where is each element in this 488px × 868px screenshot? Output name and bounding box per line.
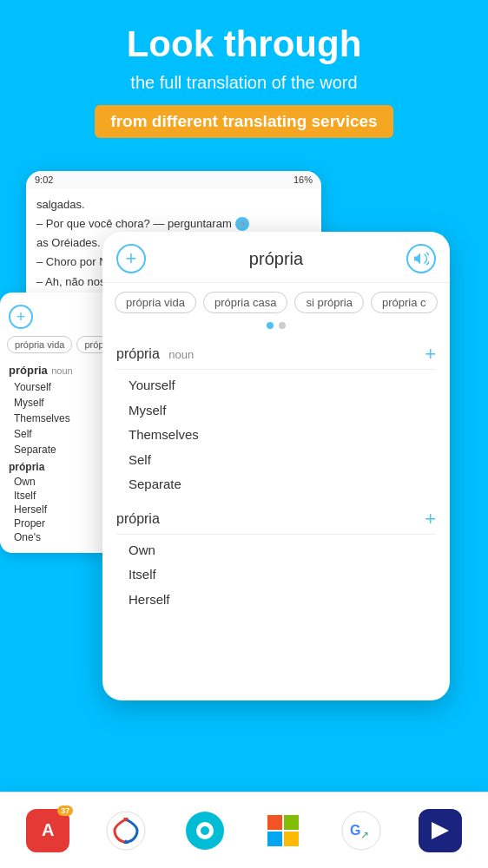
left-item2-herself: Herself xyxy=(0,503,113,516)
tags-row: própria vida própria casa si própria pró… xyxy=(102,283,450,322)
smartcat-app-wrapper[interactable] xyxy=(419,809,462,852)
translation-self: Self xyxy=(116,448,436,473)
reverso-app-wrapper[interactable] xyxy=(104,809,148,852)
abbyy-badge: 37 xyxy=(57,806,73,816)
svg-point-5 xyxy=(201,826,209,835)
text-line-1: salgadas. xyxy=(36,195,311,214)
translation-herself: Herself xyxy=(116,588,436,613)
status-time: 9:02 xyxy=(35,174,53,185)
tag-propria-casa[interactable]: própria casa xyxy=(203,292,288,313)
translation-own: Own xyxy=(116,538,436,563)
left-plus-icon[interactable]: + xyxy=(9,305,33,329)
header-section: Look through the full translation of the… xyxy=(0,0,488,154)
card-word: própria xyxy=(249,249,303,269)
section1-title: própria noun xyxy=(116,346,194,362)
translation-section-2: própria + Own Itself Herself xyxy=(116,504,436,613)
section2-word: própria xyxy=(116,511,160,526)
svg-point-0 xyxy=(107,812,145,850)
smartcat-icon[interactable] xyxy=(419,809,462,852)
section2-title: própria xyxy=(116,511,160,527)
card-sound-button[interactable] xyxy=(406,244,436,273)
bottom-bar: A 37 xyxy=(0,792,488,868)
google-translate-icon[interactable]: G ↗ xyxy=(340,809,383,852)
left-item-yourself: Yourself xyxy=(0,379,113,395)
svg-rect-9 xyxy=(284,832,299,846)
left-plus-row: + xyxy=(0,301,113,336)
section1-add-button[interactable]: + xyxy=(425,343,436,365)
abbyy-app-wrapper[interactable]: A 37 xyxy=(26,809,69,852)
tag-si-propria[interactable]: si própria xyxy=(294,292,363,313)
card-topbar: + própria xyxy=(102,232,450,283)
translation-content: própria noun + Yourself Myself Themselve… xyxy=(102,334,450,700)
section1-pos: noun xyxy=(168,348,194,361)
left-item2-own: Own xyxy=(0,475,113,489)
left-tag-1[interactable]: própria vida xyxy=(7,336,72,353)
svg-rect-6 xyxy=(267,815,282,830)
translation-section-1: própria noun + Yourself Myself Themselve… xyxy=(116,339,436,497)
reverso-icon[interactable] xyxy=(104,809,148,852)
svg-text:G: G xyxy=(350,823,360,838)
left-section2-word: própria xyxy=(0,457,113,475)
translation-itself: Itself xyxy=(116,562,436,588)
tag-propria-vida[interactable]: própria vida xyxy=(115,292,196,313)
header-title: Look through xyxy=(17,24,471,64)
microsoft-app-wrapper[interactable] xyxy=(261,809,305,852)
translation-yourself: Yourself xyxy=(116,373,436,398)
card-plus-button[interactable]: + xyxy=(116,244,146,273)
status-battery: 16% xyxy=(293,174,313,185)
left-item-myself: Myself xyxy=(0,395,113,411)
google-translate-app-wrapper[interactable]: G ↗ xyxy=(340,809,383,852)
phone-area: 9:02 16% salgadas. – Por que você chora?… xyxy=(0,154,488,735)
left-item2-itself: Itself xyxy=(0,489,113,503)
tag-propria-c[interactable]: própria c xyxy=(371,292,438,313)
main-card: + própria própria vida própria casa si p… xyxy=(102,232,450,700)
svg-marker-13 xyxy=(432,822,449,839)
section2-add-button[interactable]: + xyxy=(425,508,436,530)
dots-row xyxy=(102,322,450,334)
left-item-themselves: Themselves xyxy=(0,411,113,426)
dot-inactive xyxy=(279,322,286,329)
dot-active xyxy=(267,322,274,329)
section1-header: própria noun + xyxy=(116,339,436,370)
left-tags-row: própria vida próp xyxy=(0,336,113,360)
section1-word: própria xyxy=(116,346,160,361)
translation-themselves: Themselves xyxy=(116,423,436,448)
header-highlight: from different translating services xyxy=(95,105,392,138)
svg-text:↗: ↗ xyxy=(360,829,369,841)
translation-separate: Separate xyxy=(116,472,436,497)
abbyy-lingvo-icon[interactable]: A 37 xyxy=(26,809,69,852)
left-item-separate: Separate xyxy=(0,442,113,457)
left-item2-ones: One's xyxy=(0,530,113,544)
deepl-icon[interactable] xyxy=(183,809,227,852)
svg-rect-8 xyxy=(267,832,282,846)
left-section1-pos: noun xyxy=(51,365,72,376)
text-line-2: – Por que você chora? — perguntaram 🔗 xyxy=(36,214,311,233)
left-section1-word: própria xyxy=(9,364,48,377)
header-subtitle: the full translation of the word xyxy=(17,73,471,93)
translation-myself: Myself xyxy=(116,398,436,424)
deepl-app-wrapper[interactable] xyxy=(183,809,227,852)
left-partial-card: + própria vida próp própria noun Yoursel… xyxy=(0,293,113,553)
section2-header: própria + xyxy=(116,504,436,535)
phone-status-bar: 9:02 16% xyxy=(26,171,321,188)
left-item2-proper: Proper xyxy=(0,516,113,530)
microsoft-icon[interactable] xyxy=(261,809,305,852)
left-item-self: Self xyxy=(0,426,113,442)
svg-rect-7 xyxy=(284,815,299,830)
